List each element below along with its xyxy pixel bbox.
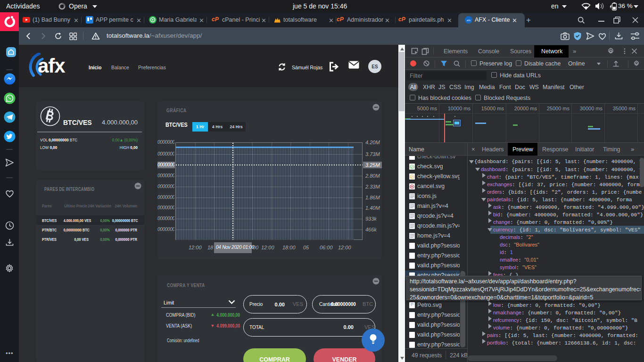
svg-text:afx: afx [467, 19, 471, 22]
